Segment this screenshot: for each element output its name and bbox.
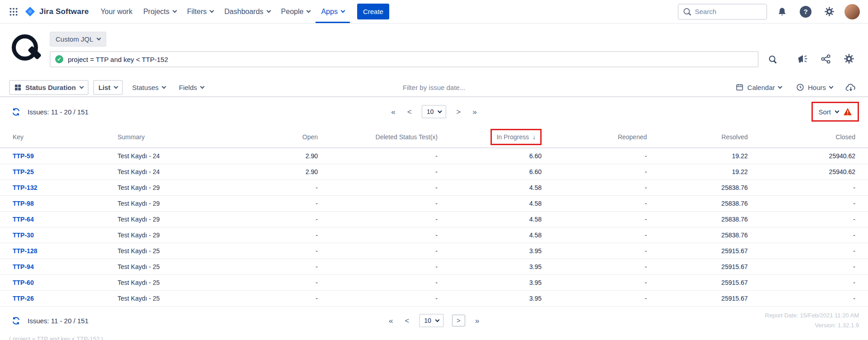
notifications-button[interactable] xyxy=(774,4,790,19)
issue-key-link[interactable]: TTP-60 xyxy=(13,279,34,286)
last-page-button[interactable]: » xyxy=(473,316,481,326)
warning-icon xyxy=(843,108,852,116)
closed-cell: - xyxy=(748,212,868,227)
issue-key-link[interactable]: TTP-128 xyxy=(13,247,37,255)
summary-cell: Test Kaydı - 29 xyxy=(99,196,234,212)
deleted-status-cell: - xyxy=(318,180,438,196)
column-header-deleted-status-test[interactable]: Deleted Status Test(x) xyxy=(318,126,438,148)
gear-icon xyxy=(824,6,835,17)
create-button[interactable]: Create xyxy=(357,4,389,19)
resolved-cell: 25838.76 xyxy=(647,227,748,243)
view-type-dropdown[interactable]: Status Duration xyxy=(9,80,89,95)
next-page-button[interactable]: > xyxy=(452,315,465,326)
calendar-label: Calendar xyxy=(747,84,775,91)
app-switcher-button[interactable] xyxy=(6,5,21,19)
run-search-button[interactable] xyxy=(766,52,779,66)
table-row: TTP-59Test Kaydı - 242.90-6.60-19.222594… xyxy=(0,148,868,164)
jql-mode-dropdown[interactable]: Custom JQL xyxy=(50,32,106,47)
closed-cell: 25940.62 xyxy=(748,148,868,164)
cloud-download-icon xyxy=(845,83,856,92)
refresh-button[interactable] xyxy=(9,105,23,119)
nav-item-filters[interactable]: Filters xyxy=(182,0,219,23)
column-header-open[interactable]: Open xyxy=(234,126,318,148)
resolved-cell: 19.22 xyxy=(647,164,748,180)
settings-button[interactable] xyxy=(821,4,837,19)
nav-item-label: Projects xyxy=(143,8,170,16)
issue-key-link[interactable]: TTP-59 xyxy=(13,152,34,160)
nav-item-people[interactable]: People xyxy=(276,0,316,23)
column-header-reopened[interactable]: Reopened xyxy=(542,126,647,148)
column-header-in-progress[interactable]: In Progress ↓ xyxy=(438,126,542,148)
nav-item-apps[interactable]: Apps xyxy=(316,0,349,23)
summary-cell: Test Kaydı - 29 xyxy=(99,180,234,196)
chevron-down-icon xyxy=(114,84,118,89)
open-cell: - xyxy=(234,275,318,291)
nav-item-dashboards[interactable]: Dashboards xyxy=(219,0,275,23)
issue-key-link[interactable]: TTP-26 xyxy=(13,295,34,302)
statuses-dropdown[interactable]: Statuses xyxy=(127,81,170,94)
issue-key-link[interactable]: TTP-98 xyxy=(13,200,34,207)
prev-page-button[interactable]: < xyxy=(403,316,411,326)
issue-date-filter-input[interactable] xyxy=(371,84,497,91)
in-progress-cell: 4.58 xyxy=(438,196,542,212)
top-navbar: Jira Software Your work Projects Filters… xyxy=(0,0,868,24)
fields-dropdown[interactable]: Fields xyxy=(175,81,208,94)
first-page-button[interactable]: « xyxy=(389,107,397,117)
help-button[interactable]: ? xyxy=(797,3,814,20)
open-cell: - xyxy=(234,212,318,227)
page-size-value: 10 xyxy=(424,317,431,324)
column-header-closed[interactable]: Closed xyxy=(748,126,868,148)
time-unit-dropdown[interactable]: Hours xyxy=(792,80,837,94)
resolved-cell: 25915.67 xyxy=(647,291,748,307)
nav-item-label: People xyxy=(281,8,304,16)
chevron-down-icon xyxy=(307,9,311,13)
closed-cell: - xyxy=(748,180,868,196)
sort-descending-icon: ↓ xyxy=(533,133,536,141)
nav-item-projects[interactable]: Projects xyxy=(138,0,182,23)
announcement-button[interactable] xyxy=(796,52,809,65)
sort-control[interactable]: Sort xyxy=(813,103,858,120)
first-page-button[interactable]: « xyxy=(387,316,395,326)
key-cell: TTP-30 xyxy=(0,227,99,243)
jql-input[interactable] xyxy=(68,56,753,63)
nav-item-label: Apps xyxy=(321,8,337,16)
page-size-select[interactable]: 10 xyxy=(419,314,444,327)
share-icon xyxy=(821,54,831,64)
nav-item-your-work[interactable]: Your work xyxy=(95,0,138,23)
report-date-label: Report Date: 15/Feb/2021 11:20 AM xyxy=(765,311,859,321)
issue-key-link[interactable]: TTP-64 xyxy=(13,216,34,223)
reopened-cell: - xyxy=(542,275,647,291)
page-size-value: 10 xyxy=(427,108,434,115)
calendar-dropdown[interactable]: Calendar xyxy=(731,80,786,94)
last-page-button[interactable]: » xyxy=(471,107,478,117)
prev-page-button[interactable]: < xyxy=(406,107,414,117)
clock-icon xyxy=(796,83,804,91)
page-size-select[interactable]: 10 xyxy=(422,105,447,118)
summary-cell: Test Kaydı - 25 xyxy=(99,243,234,259)
column-header-resolved[interactable]: Resolved xyxy=(647,126,748,148)
resolved-cell: 25915.67 xyxy=(647,243,748,259)
report-settings-button[interactable] xyxy=(843,52,855,65)
issue-key-link[interactable]: TTP-132 xyxy=(13,184,37,191)
user-avatar[interactable] xyxy=(844,4,860,19)
issue-key-link[interactable]: TTP-25 xyxy=(13,168,34,175)
sort-label: Sort xyxy=(818,108,831,116)
open-cell: - xyxy=(234,243,318,259)
key-cell: TTP-94 xyxy=(0,259,99,275)
issue-key-link[interactable]: TTP-94 xyxy=(13,263,34,270)
refresh-button[interactable] xyxy=(9,314,23,328)
table-row: TTP-94Test Kaydı - 25--3.95-25915.67- xyxy=(0,259,868,275)
global-search-input[interactable] xyxy=(695,8,762,15)
global-search[interactable] xyxy=(678,4,767,20)
report-toolbar: Status Duration List Statuses Fields Cal… xyxy=(0,78,868,97)
issue-key-link[interactable]: TTP-30 xyxy=(13,231,34,239)
share-button[interactable] xyxy=(820,53,832,65)
column-header-summary[interactable]: Summary xyxy=(99,126,234,148)
column-header-key[interactable]: Key xyxy=(0,126,99,148)
jira-logo[interactable]: Jira Software xyxy=(23,6,93,17)
layout-dropdown[interactable]: List xyxy=(93,80,123,95)
reopened-cell: - xyxy=(542,180,647,196)
export-button[interactable] xyxy=(843,80,859,94)
next-page-button[interactable]: > xyxy=(454,107,462,117)
bell-icon xyxy=(777,7,787,17)
